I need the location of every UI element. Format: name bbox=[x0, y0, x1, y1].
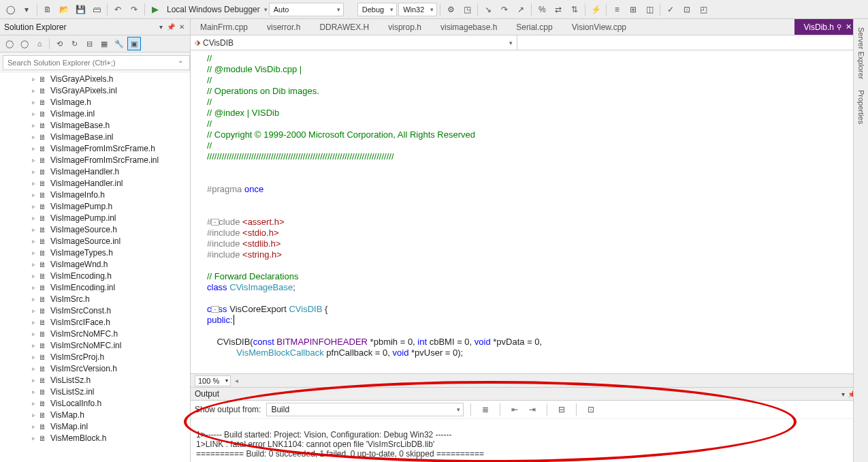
expand-icon[interactable]: ▹ bbox=[30, 261, 37, 268]
tree-item[interactable]: ▹🗎VisImEncoding.h bbox=[4, 270, 190, 281]
redo-icon[interactable]: ↷ bbox=[127, 2, 142, 17]
expand-icon[interactable]: ▹ bbox=[30, 134, 37, 140]
expand-icon[interactable]: ▹ bbox=[30, 423, 37, 430]
output-dropdown-icon[interactable]: ▾ bbox=[841, 390, 845, 398]
output-wrap-icon[interactable]: ⇤ bbox=[507, 403, 522, 416]
fold-icon[interactable]: - bbox=[211, 219, 219, 226]
tb-ex-6[interactable]: ⊡ bbox=[679, 2, 694, 17]
expand-icon[interactable]: ▹ bbox=[30, 238, 37, 245]
debugger-label[interactable]: Local Windows Debugger bbox=[164, 5, 263, 14]
tree-item[interactable]: ▹🗎VisImSrcNoMFC.inl bbox=[4, 339, 190, 351]
expand-icon[interactable]: ▹ bbox=[30, 273, 37, 279]
step-into-icon[interactable]: ↘ bbox=[481, 2, 496, 17]
tab-close-icon[interactable]: ✕ bbox=[846, 22, 852, 31]
tb-ex-7[interactable]: ◰ bbox=[696, 2, 711, 17]
solution-platform-dropdown[interactable]: Win32 bbox=[398, 3, 437, 16]
expand-icon[interactable]: ▹ bbox=[30, 215, 37, 221]
expand-icon[interactable]: ▹ bbox=[30, 226, 37, 233]
tree-item[interactable]: ▹🗎VisImEncoding.inl bbox=[4, 281, 190, 293]
tree-item[interactable]: ▹🗎VisListSz.h bbox=[4, 374, 190, 386]
expand-icon[interactable]: ▹ bbox=[30, 145, 37, 152]
output-indent-icon[interactable]: ⇥ bbox=[525, 403, 540, 416]
tb-ex-2[interactable]: ⇄ bbox=[551, 2, 566, 17]
member-dropdown[interactable] bbox=[517, 35, 868, 50]
tab-mainfrm[interactable]: MainFrm.cpp bbox=[191, 19, 257, 35]
step-out-icon[interactable]: ↗ bbox=[513, 2, 528, 17]
output-find-icon[interactable]: ⊡ bbox=[583, 403, 598, 416]
tb-format-3[interactable]: ◫ bbox=[642, 2, 657, 17]
tree-item[interactable]: ▹🗎VisImageTypes.h bbox=[4, 247, 190, 258]
tree-item[interactable]: ▹🗎VisMap.h bbox=[4, 409, 190, 420]
scope-dropdown[interactable]: ⬗ CVisDIB bbox=[191, 35, 517, 50]
tb-icon-1[interactable]: ⚙ bbox=[443, 2, 458, 17]
tree-item[interactable]: ▹🗎VisImSrc.h bbox=[4, 293, 190, 305]
code-editor[interactable]: // // @module VisDib.cpp | // // Operati… bbox=[191, 50, 868, 373]
expand-icon[interactable]: ▹ bbox=[30, 191, 37, 198]
panel-pin-icon[interactable]: 📌 bbox=[165, 22, 176, 32]
expand-icon[interactable]: ▹ bbox=[30, 377, 37, 384]
tb-ex-5[interactable]: ✓ bbox=[663, 2, 678, 17]
expand-icon[interactable]: ▹ bbox=[30, 249, 37, 256]
expand-icon[interactable]: ▹ bbox=[30, 122, 37, 129]
side-tab-server-explorer[interactable]: Server Explorer bbox=[856, 22, 867, 84]
tree-item[interactable]: ▹🗎VisImageBase.h bbox=[4, 119, 190, 131]
tree-item[interactable]: ▹🗎VisImageHandler.inl bbox=[4, 177, 190, 189]
tree-item[interactable]: ▹🗎VisImage.h bbox=[4, 96, 190, 108]
expand-icon[interactable]: ▹ bbox=[30, 400, 37, 407]
panel-close-icon[interactable]: ✕ bbox=[178, 22, 186, 32]
se-fwd-icon[interactable]: ◯ bbox=[18, 37, 31, 50]
expand-icon[interactable]: ▹ bbox=[30, 342, 37, 349]
solution-config-dropdown[interactable]: Debug bbox=[357, 3, 397, 16]
tree-item[interactable]: ▹🗎VisImageFromImSrcFrame.inl bbox=[4, 154, 190, 166]
tree-item[interactable]: ▹🗎VisImSrcIFace.h bbox=[4, 316, 190, 328]
expand-icon[interactable]: ▹ bbox=[30, 203, 37, 210]
tree-item[interactable]: ▹🗎VisImagePump.h bbox=[4, 200, 190, 212]
output-goto-icon[interactable]: ⊟ bbox=[554, 403, 569, 416]
tb-ex-1[interactable]: % bbox=[534, 2, 549, 17]
expand-icon[interactable]: ▹ bbox=[30, 296, 37, 303]
expand-icon[interactable]: ▹ bbox=[30, 365, 37, 372]
tb-format-2[interactable]: ⊞ bbox=[626, 2, 641, 17]
nav-fwd-icon[interactable]: ▾ bbox=[19, 2, 34, 17]
expand-icon[interactable]: ▹ bbox=[30, 330, 37, 337]
tree-item[interactable]: ▹🗎VisImSrcNoMFC.h bbox=[4, 328, 190, 339]
output-source-dropdown[interactable]: Build bbox=[266, 403, 464, 416]
expand-icon[interactable]: ▹ bbox=[30, 388, 37, 395]
tree-item[interactable]: ▹🗎VisImageWnd.h bbox=[4, 258, 190, 270]
side-tab-properties[interactable]: Properties bbox=[856, 84, 867, 129]
tree-item[interactable]: ▹🗎VisImage.inl bbox=[4, 108, 190, 119]
expand-icon[interactable]: ▹ bbox=[30, 307, 37, 314]
new-icon[interactable]: 🗎 bbox=[40, 2, 55, 17]
se-showall-icon[interactable]: ▦ bbox=[97, 37, 111, 50]
expand-icon[interactable]: ▹ bbox=[30, 157, 37, 164]
solution-explorer-search[interactable] bbox=[3, 55, 190, 70]
tree-item[interactable]: ▹🗎VisImageSource.h bbox=[4, 224, 190, 235]
se-back-icon[interactable]: ◯ bbox=[3, 37, 16, 50]
tree-item[interactable]: ▹🗎VisImSrcConst.h bbox=[4, 305, 190, 316]
undo-icon[interactable]: ↶ bbox=[110, 2, 125, 17]
start-debug-icon[interactable]: ▶ bbox=[148, 2, 163, 17]
expand-icon[interactable]: ▹ bbox=[30, 87, 37, 94]
tb-format-1[interactable]: ≡ bbox=[609, 2, 624, 17]
tree-item[interactable]: ▹🗎VisImSrcVersion.h bbox=[4, 363, 190, 374]
solution-config-auto[interactable]: Auto bbox=[269, 3, 344, 16]
tab-pin-icon[interactable]: ⚲ bbox=[837, 23, 841, 31]
expand-icon[interactable]: ▹ bbox=[30, 284, 37, 291]
tree-item[interactable]: ▹🗎VisImageInfo.h bbox=[4, 189, 190, 200]
se-refresh-icon[interactable]: ↻ bbox=[67, 37, 81, 50]
tb-ex-4[interactable]: ⚡ bbox=[588, 2, 603, 17]
open-icon[interactable]: 📂 bbox=[57, 2, 71, 17]
tb-icon-2[interactable]: ◳ bbox=[460, 2, 475, 17]
expand-icon[interactable]: ▹ bbox=[30, 110, 37, 117]
tree-item[interactable]: ▹🗎VisImageBase.inl bbox=[4, 131, 190, 142]
output-text[interactable]: 1>------ Build started: Project: Vision,… bbox=[191, 419, 868, 462]
nav-back-icon[interactable]: ◯ bbox=[3, 2, 18, 17]
tab-visdib-active[interactable]: VisDib.h ⚲ ✕ bbox=[794, 19, 856, 35]
tree-item[interactable]: ▹🗎VisLocalInfo.h bbox=[4, 397, 190, 409]
expand-icon[interactable]: ▹ bbox=[30, 180, 37, 187]
tree-item[interactable]: ▹🗎VisMemBlock.h bbox=[4, 432, 190, 444]
expand-icon[interactable]: ▹ bbox=[30, 435, 37, 442]
output-clear-icon[interactable]: ≣ bbox=[478, 403, 493, 416]
expand-icon[interactable]: ▹ bbox=[30, 412, 37, 418]
tb-ex-3[interactable]: ⇅ bbox=[567, 2, 582, 17]
